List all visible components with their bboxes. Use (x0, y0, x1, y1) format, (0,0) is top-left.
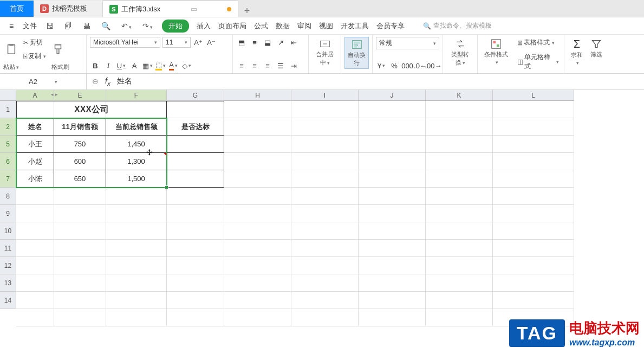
cut-button[interactable]: ✂ 剪切 (22, 37, 48, 48)
menu-review[interactable]: 审阅 (297, 21, 311, 31)
orientation-icon[interactable]: ↗ (275, 37, 286, 48)
cell[interactable] (224, 101, 291, 118)
cell[interactable] (54, 240, 106, 257)
table-cell[interactable]: 小赵 (16, 153, 54, 170)
cell[interactable] (106, 274, 167, 292)
cell[interactable] (54, 257, 106, 274)
cell[interactable] (359, 118, 426, 136)
col-header-E[interactable]: E (54, 90, 106, 101)
cell[interactable] (224, 188, 291, 205)
cell[interactable] (224, 309, 291, 326)
menu-view[interactable]: 视图 (319, 21, 333, 31)
cancel-icon[interactable]: ⊖ (92, 77, 99, 86)
cell[interactable] (54, 205, 106, 222)
table-title[interactable]: XXX公司 (16, 101, 167, 118)
row-header-14[interactable]: 14 (0, 292, 16, 309)
menu-dev[interactable]: 开发工具 (341, 21, 369, 31)
table-header-cell[interactable]: 是否达标 (167, 118, 224, 136)
cell[interactable] (359, 136, 426, 153)
table-style-button[interactable]: ⊞ 表格样式▾ (516, 37, 561, 48)
cell[interactable] (16, 257, 54, 274)
table-cell[interactable]: 小王 (16, 136, 54, 153)
auto-wrap-button[interactable]: 自动换行 (344, 37, 369, 69)
table-header-cell[interactable]: 当前总销售额 (106, 118, 167, 136)
cell[interactable] (167, 309, 224, 326)
font-decrease-icon[interactable]: A⁻ (206, 37, 217, 48)
table-cell[interactable]: 750 (54, 136, 106, 153)
cell[interactable] (224, 257, 291, 274)
cell[interactable] (16, 240, 54, 257)
cell[interactable] (359, 170, 426, 188)
border-button[interactable]: ▦▾ (142, 60, 153, 71)
cell[interactable] (291, 274, 359, 292)
row-header-10[interactable]: 10 (0, 222, 16, 240)
cond-format-button[interactable]: 条件格式▾ (481, 37, 511, 72)
table-cell[interactable]: 1,450 (106, 136, 167, 153)
cell[interactable] (493, 240, 574, 257)
paste-button[interactable] (3, 42, 19, 56)
align-center-icon[interactable]: ≡ (249, 60, 260, 71)
cell[interactable] (106, 222, 167, 240)
tab-templates[interactable]: D 找稻壳模板 (34, 1, 103, 17)
menu-formula[interactable]: 公式 (254, 21, 268, 31)
font-color-button[interactable]: A▾ (168, 60, 179, 71)
select-all-corner[interactable] (0, 90, 16, 101)
cell[interactable] (224, 136, 291, 153)
table-cell[interactable] (167, 136, 224, 153)
italic-button[interactable]: I (103, 60, 114, 71)
cell[interactable] (167, 274, 224, 292)
row-header-5[interactable]: 5 (0, 136, 16, 153)
cell[interactable] (291, 153, 359, 170)
cell[interactable] (224, 240, 291, 257)
col-header-I[interactable]: I (291, 90, 359, 101)
saveas-icon[interactable]: 🗐 (63, 21, 74, 31)
indent-out-icon[interactable]: ⇤ (288, 37, 299, 48)
cell[interactable] (54, 222, 106, 240)
search-commands[interactable]: 🔍 查找命令、搜索模板 (423, 21, 492, 30)
cell[interactable] (291, 240, 359, 257)
cell[interactable] (291, 257, 359, 274)
table-cell[interactable]: 600 (54, 153, 106, 170)
sum-button[interactable]: Σ 求和▾ (568, 37, 586, 67)
menu-member[interactable]: 会员专享 (376, 21, 405, 31)
menu-pagelayout[interactable]: 页面布局 (218, 21, 246, 31)
indent-in-icon[interactable]: ⇥ (288, 60, 299, 71)
cell[interactable] (106, 257, 167, 274)
align-bottom-icon[interactable]: ⬓ (262, 37, 273, 48)
type-convert-button[interactable]: 类型转换▾ (446, 37, 474, 68)
cell[interactable] (493, 101, 574, 118)
cell[interactable] (167, 240, 224, 257)
filter-button[interactable]: 筛选 (588, 37, 604, 67)
name-box[interactable]: A2 ▾ (0, 74, 87, 89)
underline-button[interactable]: U▾ (116, 60, 127, 71)
cell[interactable] (426, 118, 493, 136)
cell[interactable] (493, 188, 574, 205)
table-cell[interactable] (167, 170, 224, 188)
cell[interactable] (16, 309, 54, 326)
align-left-icon[interactable]: ≡ (236, 60, 247, 71)
cell[interactable] (291, 222, 359, 240)
cell[interactable] (291, 188, 359, 205)
tab-home[interactable]: 首页 (0, 1, 34, 17)
cell[interactable] (359, 292, 426, 309)
cell[interactable] (426, 240, 493, 257)
cell[interactable] (16, 292, 54, 309)
cell[interactable] (359, 222, 426, 240)
dec-decimal-icon[interactable]: .00→ (428, 60, 439, 71)
cell[interactable] (426, 292, 493, 309)
cell[interactable] (291, 170, 359, 188)
cell[interactable] (224, 292, 291, 309)
strike-button[interactable]: A (129, 60, 140, 71)
preview-icon[interactable]: 🔍 (100, 21, 112, 31)
cell[interactable] (106, 292, 167, 309)
distribute-icon[interactable]: ☰ (275, 60, 286, 71)
cell[interactable] (359, 257, 426, 274)
cell[interactable] (291, 292, 359, 309)
col-header-L[interactable]: L (493, 90, 574, 101)
cell[interactable] (359, 188, 426, 205)
cell[interactable] (493, 205, 574, 222)
cell[interactable] (426, 309, 493, 326)
cell[interactable] (106, 205, 167, 222)
cell[interactable] (16, 205, 54, 222)
tab-menu-icon[interactable]: ▭ (191, 5, 197, 13)
